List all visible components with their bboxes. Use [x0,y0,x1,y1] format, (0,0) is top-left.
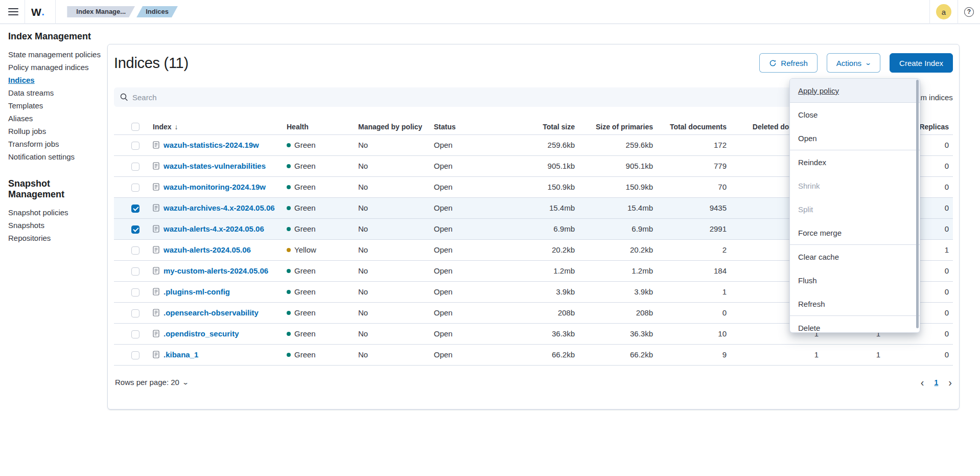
sidebar-item[interactable]: Templates [8,99,98,112]
row-checkbox[interactable] [131,288,139,297]
health-value: Green [294,224,316,233]
document-icon [153,162,159,170]
sidebar-item[interactable]: Snapshot policies [8,206,98,219]
status-value: Open [430,260,496,281]
sidebar-item[interactable]: Indices [8,74,98,86]
column-header-total-size[interactable]: Total size [496,119,579,134]
topbar-divider [958,0,958,24]
sidebar-item[interactable]: Notification settings [8,150,98,163]
status-value: Open [430,155,496,176]
health-value: Green [294,287,316,296]
index-link[interactable]: .plugins-ml-config [164,287,230,296]
breadcrumb-indices[interactable]: Indices [136,6,178,17]
column-header-total-documents[interactable]: Total documents [657,119,731,134]
column-header-size-of-primaries[interactable]: Size of primaries [579,119,657,134]
sidebar-item[interactable]: Rollup jobs [8,125,98,138]
sidebar-snapshot-management-list: Snapshot policies Snapshots Repositories [8,206,98,244]
health-value: Green [294,350,316,359]
row-checkbox[interactable] [131,309,139,318]
row-checkbox[interactable] [131,142,139,150]
total-documents-value: 9 [657,344,731,365]
row-checkbox[interactable] [131,163,139,171]
index-link[interactable]: wazuh-states-vulnerabilities [164,162,266,170]
status-value: Open [430,218,496,239]
help-icon[interactable]: ? [964,7,974,17]
menu-item[interactable]: Shrink [790,174,920,197]
menu-hamburger-icon[interactable] [8,8,18,15]
sidebar-item[interactable]: State management policies [8,48,98,61]
sidebar-item[interactable]: Transform jobs [8,138,98,150]
index-link[interactable]: wazuh-monitoring-2024.19w [164,183,266,191]
sidebar-item[interactable]: Aliases [8,112,98,125]
health-value: Yellow [294,245,316,254]
index-link[interactable]: .kibana_1 [164,350,198,359]
refresh-button[interactable]: Refresh [759,53,818,73]
health-dot-icon [287,311,291,315]
sidebar-heading-snapshot-management: Snapshot Management [8,178,98,200]
create-index-button[interactable]: Create Index [890,53,953,73]
index-link[interactable]: wazuh-alerts-4.x-2024.05.06 [164,224,264,233]
column-header-health[interactable]: Health [283,119,354,134]
document-icon [153,204,159,212]
menu-item[interactable]: Force merge [790,221,920,244]
document-icon [153,246,159,254]
sidebar-item[interactable]: Data streams [8,86,98,99]
row-checkbox[interactable] [131,267,139,276]
page-number-1[interactable]: 1 [935,378,939,387]
menu-item[interactable]: Split [790,197,920,221]
menu-item[interactable]: Clear cache [790,245,920,268]
rows-per-page-control[interactable]: Rows per page: 20 ⌄ [115,378,188,387]
user-avatar[interactable]: a [936,4,951,19]
managed-by-policy-value: No [354,197,430,218]
status-value: Open [430,344,496,365]
health-value: Green [294,203,316,212]
menu-item[interactable]: Open [790,126,920,150]
breadcrumb-index-management[interactable]: Index Manage... [67,6,135,17]
menu-item[interactable]: Reindex [790,150,920,174]
select-all-checkbox[interactable] [131,123,139,131]
actions-button[interactable]: Actions ⌄ [827,53,880,73]
index-link[interactable]: .opensearch-observability [164,308,259,317]
topbar-divider [25,0,25,24]
row-checkbox[interactable] [131,330,139,338]
sidebar-item[interactable]: Repositories [8,232,98,244]
previous-page-button[interactable]: ‹ [921,377,924,388]
menu-item[interactable]: Close [790,103,920,126]
sidebar-item[interactable]: Snapshots [8,219,98,232]
sidebar-item[interactable]: Policy managed indices [8,61,98,74]
menu-item[interactable]: Apply policy [790,79,920,102]
health-dot-icon [287,248,291,252]
row-checkbox[interactable] [131,205,139,213]
health-dot-icon [287,353,291,357]
index-link[interactable]: wazuh-statistics-2024.19w [164,141,259,149]
search-field[interactable] [114,87,835,107]
menu-item[interactable]: Delete [790,316,920,333]
status-value: Open [430,176,496,197]
menu-item[interactable]: Refresh [790,292,920,315]
document-icon [153,267,159,275]
menu-item[interactable]: Flush [790,268,920,292]
row-checkbox[interactable] [131,351,139,359]
index-link[interactable]: my-custom-alerts-2024.05.06 [164,266,268,275]
sidebar-item-label: Indices [8,76,35,84]
index-link[interactable]: wazuh-alerts-2024.05.06 [164,245,251,254]
sidebar-item-label: Notification settings [8,152,75,161]
health-dot-icon [287,269,291,273]
index-link[interactable]: .opendistro_security [164,329,239,338]
column-header-managed-by-policy[interactable]: Managed by policy [354,119,430,134]
sidebar-index-management-list: State management policies Policy managed… [8,48,98,163]
index-link[interactable]: wazuh-archives-4.x-2024.05.06 [164,203,275,212]
total-size-value: 150.9kb [496,176,579,197]
document-icon [153,309,159,316]
row-checkbox[interactable] [131,184,139,192]
dropdown-scrollbar[interactable] [916,80,919,328]
managed-by-policy-value: No [354,239,430,260]
row-checkbox[interactable] [131,246,139,255]
row-checkbox[interactable] [131,225,139,234]
managed-by-policy-value: No [354,134,430,155]
column-header-index[interactable]: Index↓ [149,119,283,134]
column-header-status[interactable]: Status [430,119,496,134]
next-page-button[interactable]: › [948,377,952,388]
wazuh-logo[interactable]: W. [31,6,49,18]
search-input[interactable] [132,93,829,102]
